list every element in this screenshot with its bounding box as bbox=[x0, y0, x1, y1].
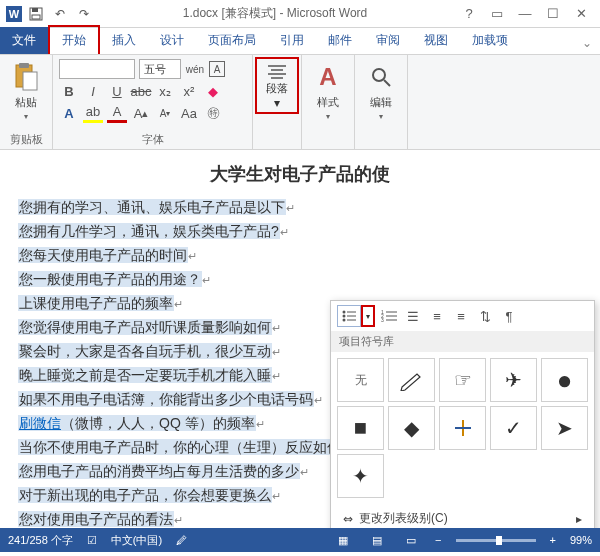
status-language[interactable]: 中文(中国) bbox=[111, 533, 162, 548]
ribbon-options-icon[interactable]: ▭ bbox=[484, 4, 510, 24]
underline-button[interactable]: U bbox=[107, 81, 127, 101]
tab-review[interactable]: 审阅 bbox=[364, 27, 412, 54]
doc-title: 大学生对电子产品的使 bbox=[18, 162, 582, 186]
svg-point-14 bbox=[343, 315, 346, 318]
tab-addins[interactable]: 加载项 bbox=[460, 27, 520, 54]
paste-button[interactable]: 粘贴 ▾ bbox=[6, 59, 46, 123]
bullet-circle[interactable]: ● bbox=[541, 358, 588, 402]
bullet-icon bbox=[337, 305, 361, 327]
subscript-button[interactable]: x₂ bbox=[155, 81, 175, 101]
show-marks-button[interactable]: ¶ bbox=[499, 306, 519, 326]
svg-line-11 bbox=[384, 80, 390, 86]
bullet-pencil[interactable] bbox=[388, 358, 435, 402]
zoom-slider[interactable] bbox=[456, 539, 536, 542]
paste-icon bbox=[10, 61, 42, 93]
sort-button[interactable]: ⇅ bbox=[475, 306, 495, 326]
window-controls: ? ▭ — ☐ ✕ bbox=[456, 4, 594, 24]
bullet-dropdown-arrow[interactable]: ▾ bbox=[361, 305, 375, 327]
phonetic-guide-button[interactable]: wén bbox=[185, 59, 205, 79]
tab-mail[interactable]: 邮件 bbox=[316, 27, 364, 54]
char-border-button[interactable]: A bbox=[209, 61, 225, 77]
bullet-star[interactable]: ✦ bbox=[337, 454, 384, 498]
maximize-icon[interactable]: ☐ bbox=[540, 4, 566, 24]
svg-text:3: 3 bbox=[381, 317, 384, 322]
highlight-button[interactable]: ab bbox=[83, 103, 103, 123]
group-paragraph: 段落 ▾ bbox=[253, 55, 302, 149]
bullet-check[interactable]: ✓ bbox=[490, 406, 537, 450]
svg-rect-4 bbox=[19, 63, 29, 68]
svg-point-10 bbox=[373, 69, 385, 81]
bullet-list-button[interactable]: ▾ bbox=[337, 305, 375, 327]
zoom-out-button[interactable]: − bbox=[435, 534, 441, 546]
svg-rect-2 bbox=[32, 15, 40, 19]
minimize-icon[interactable]: — bbox=[512, 4, 538, 24]
font-name-combo[interactable] bbox=[59, 59, 135, 79]
numbered-list-button[interactable]: 123 bbox=[379, 306, 399, 326]
group-clipboard: 粘贴 ▾ 剪贴板 bbox=[0, 55, 53, 149]
tab-insert[interactable]: 插入 bbox=[100, 27, 148, 54]
tab-file[interactable]: 文件 bbox=[0, 27, 48, 54]
font-color-button[interactable]: A bbox=[107, 103, 127, 123]
app-icon: W bbox=[6, 6, 22, 22]
view-read-icon[interactable]: ▤ bbox=[367, 534, 387, 547]
zoom-level[interactable]: 99% bbox=[570, 534, 592, 546]
status-position[interactable]: 241/258 个字 bbox=[8, 533, 73, 548]
bullet-hand[interactable]: ☞ bbox=[439, 358, 486, 402]
tab-home[interactable]: 开始 bbox=[48, 25, 100, 54]
save-icon[interactable] bbox=[26, 4, 46, 24]
decrease-indent-button[interactable]: ≡ bbox=[427, 306, 447, 326]
document-area: 大学生对电子产品的使 您拥有的学习、通讯、娱乐电子产品是以下↵ 您拥有几件学习，… bbox=[0, 150, 600, 528]
italic-button[interactable]: I bbox=[83, 81, 103, 101]
grow-font-button[interactable]: A▴ bbox=[131, 103, 151, 123]
font-size-combo[interactable]: 五号 bbox=[139, 59, 181, 79]
bullet-square[interactable]: ■ bbox=[337, 406, 384, 450]
bullet-diamond[interactable]: ◆ bbox=[388, 406, 435, 450]
bold-button[interactable]: B bbox=[59, 81, 79, 101]
view-web-icon[interactable]: ▭ bbox=[401, 534, 421, 547]
tab-design[interactable]: 设计 bbox=[148, 27, 196, 54]
paragraph-button[interactable]: 段落 ▾ bbox=[255, 57, 299, 114]
tab-layout[interactable]: 页面布局 bbox=[196, 27, 268, 54]
clear-format-button[interactable]: ◆ bbox=[203, 81, 223, 101]
undo-icon[interactable]: ↶ bbox=[50, 4, 70, 24]
styles-icon: A bbox=[312, 61, 344, 93]
bullet-none[interactable]: 无 bbox=[337, 358, 384, 402]
change-list-level-item[interactable]: ⇔更改列表级别(C)▸ bbox=[331, 504, 594, 528]
status-spellcheck-icon[interactable]: ☑ bbox=[87, 534, 97, 547]
status-insert-icon[interactable]: 🖉 bbox=[176, 534, 187, 546]
view-print-icon[interactable]: ▦ bbox=[333, 534, 353, 547]
zoom-in-button[interactable]: + bbox=[550, 534, 556, 546]
bullet-dropdown-panel: ▾ 123 ☰ ≡ ≡ ⇅ ¶ 项目符号库 无 ☞ ✈ ● ■ ◆ ✓ bbox=[330, 300, 595, 528]
ribbon: 粘贴 ▾ 剪贴板 五号 wén A B I U abc x₂ x² ◆ A ab… bbox=[0, 54, 600, 150]
bullet-cross[interactable] bbox=[439, 406, 486, 450]
link-weixin: 刷微信 bbox=[19, 415, 61, 431]
ribbon-tabs: 文件 开始 插入 设计 页面布局 引用 邮件 审阅 视图 加载项 ⌄ bbox=[0, 28, 600, 54]
text-effects-button[interactable]: A bbox=[59, 103, 79, 123]
ribbon-collapse-icon[interactable]: ⌄ bbox=[574, 32, 600, 54]
redo-icon[interactable]: ↷ bbox=[74, 4, 94, 24]
increase-indent-button[interactable]: ≡ bbox=[451, 306, 471, 326]
enclose-char-button[interactable]: ㊕ bbox=[203, 103, 223, 123]
styles-button[interactable]: A 样式 ▾ bbox=[308, 59, 348, 123]
svg-rect-1 bbox=[32, 8, 38, 12]
change-case-button[interactable]: Aa bbox=[179, 103, 199, 123]
bullet-arrow[interactable]: ➤ bbox=[541, 406, 588, 450]
editing-button[interactable]: 编辑 ▾ bbox=[361, 59, 401, 123]
title-bar: W ↶ ↷ 1.docx [兼容模式] - Microsoft Word ? ▭… bbox=[0, 0, 600, 28]
shrink-font-button[interactable]: A▾ bbox=[155, 103, 175, 123]
window-title: 1.docx [兼容模式] - Microsoft Word bbox=[94, 5, 456, 22]
multilevel-list-button[interactable]: ☰ bbox=[403, 306, 423, 326]
tab-view[interactable]: 视图 bbox=[412, 27, 460, 54]
tab-references[interactable]: 引用 bbox=[268, 27, 316, 54]
svg-point-12 bbox=[343, 311, 346, 314]
bullet-library-header: 项目符号库 bbox=[331, 331, 594, 352]
close-icon[interactable]: ✕ bbox=[568, 4, 594, 24]
strike-button[interactable]: abc bbox=[131, 81, 151, 101]
help-icon[interactable]: ? bbox=[456, 4, 482, 24]
svg-point-16 bbox=[343, 319, 346, 322]
group-editing: 编辑 ▾ bbox=[355, 55, 408, 149]
bullet-plane[interactable]: ✈ bbox=[490, 358, 537, 402]
superscript-button[interactable]: x² bbox=[179, 81, 199, 101]
group-font: 五号 wén A B I U abc x₂ x² ◆ A ab A A▴ A▾ … bbox=[53, 55, 253, 149]
align-icon bbox=[263, 61, 291, 81]
